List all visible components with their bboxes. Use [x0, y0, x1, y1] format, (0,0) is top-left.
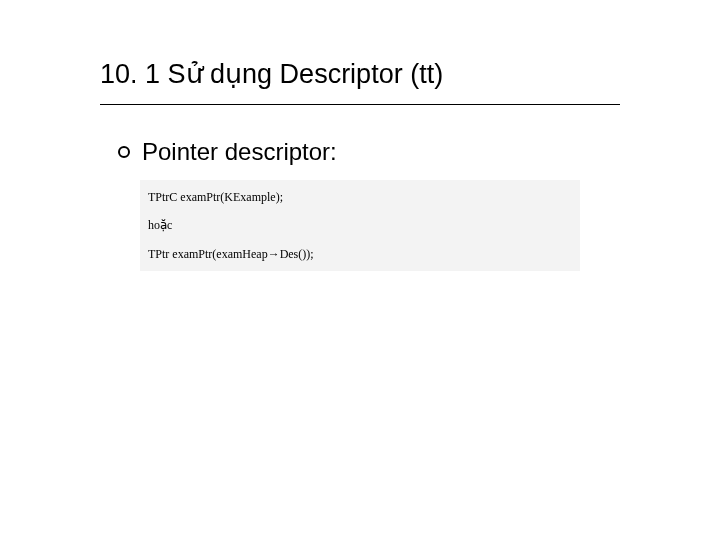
- slide-title: 10. 1 Sử dụng Descriptor (tt): [100, 58, 620, 90]
- title-underline: [100, 104, 620, 105]
- code-line-3: TPtr examPtr(examHeap→Des());: [148, 247, 572, 261]
- code-line-2: hoặc: [148, 218, 572, 232]
- code-block: TPtrC examPtr(KExample); hoặc TPtr examP…: [140, 180, 580, 271]
- slide: 10. 1 Sử dụng Descriptor (tt) Pointer de…: [0, 0, 720, 540]
- code-line-1: TPtrC examPtr(KExample);: [148, 190, 572, 204]
- bullet-text: Pointer descriptor:: [142, 138, 337, 166]
- bullet-row: Pointer descriptor:: [118, 138, 598, 166]
- circle-bullet-icon: [118, 146, 130, 158]
- title-block: 10. 1 Sử dụng Descriptor (tt): [100, 58, 620, 113]
- body-block: Pointer descriptor:: [118, 138, 598, 166]
